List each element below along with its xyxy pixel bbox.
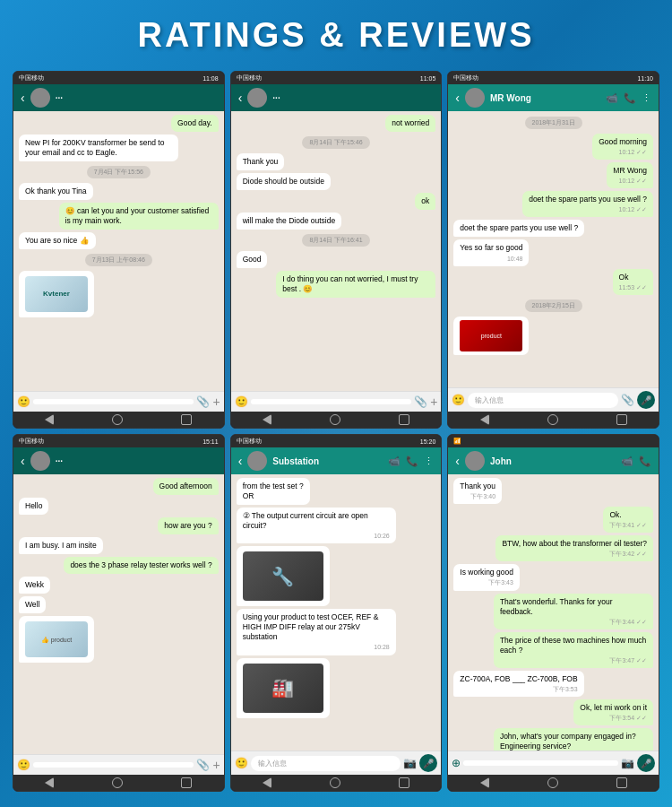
home-nav-btn[interactable]	[112, 414, 123, 425]
page-title: RATINGS & REVIEWS	[0, 0, 672, 65]
phone-5-chat: from the test set ?OR ② The output curre…	[231, 474, 442, 751]
attach-icon[interactable]: 📎	[196, 759, 210, 771]
back-nav-btn[interactable]	[480, 777, 489, 788]
chat-input[interactable]	[251, 399, 411, 404]
video-call-icon[interactable]: 📹	[388, 456, 401, 467]
home-nav-btn[interactable]	[112, 777, 123, 788]
phone-2-carrier: 中国移动	[237, 74, 262, 82]
message-bubble: Ok thank you Tina	[19, 183, 93, 200]
phone-6-input-bar: ⊕ 📷 🎤	[448, 751, 659, 775]
plus-icon[interactable]: +	[212, 758, 220, 772]
phone-5-time: 15:20	[420, 438, 436, 445]
phone-5-header: ‹ Substation 📹 📞 ⋮	[231, 447, 442, 474]
emoji-icon[interactable]: 🙂	[17, 395, 30, 408]
product-image: Kvtener	[19, 271, 94, 317]
emoji-icon[interactable]: 🙂	[235, 395, 248, 408]
avatar	[465, 451, 485, 471]
back-nav-btn[interactable]	[263, 777, 271, 788]
chat-input[interactable]: 输入信息	[468, 393, 618, 408]
recents-nav-btn[interactable]	[181, 414, 192, 425]
message-bubble: Ok. 下午3:41 ✓✓	[603, 507, 653, 533]
message-bubble: how are you ?	[158, 517, 218, 534]
attach-icon[interactable]: 📎	[621, 394, 634, 406]
more-icon[interactable]: ⋮	[642, 92, 651, 104]
message-bubble: The price of these two machines how much…	[494, 632, 653, 668]
message-bubble: Hello	[19, 498, 48, 515]
emoji-icon[interactable]: 🙂	[17, 759, 30, 771]
phone-5: 中国移动 15:20 ‹ Substation 📹 📞 ⋮ from the t…	[230, 434, 443, 792]
phone-5-carrier: 中国移动	[237, 437, 262, 446]
home-nav-btn[interactable]	[330, 777, 340, 788]
back-nav-btn[interactable]	[480, 414, 489, 425]
message-bubble: MR Wong 10:12 ✓✓	[607, 162, 653, 188]
recents-nav-btn[interactable]	[181, 777, 192, 788]
chat-photo-2: 🏭	[243, 664, 323, 713]
home-nav-btn[interactable]	[547, 777, 558, 788]
chat-input[interactable]: 输入信息	[251, 756, 401, 771]
mic-button[interactable]: 🎤	[637, 391, 655, 409]
recents-nav-btn[interactable]	[399, 414, 409, 425]
message-bubble: Ok, let mi work on it 下午3:54 ✓✓	[573, 699, 653, 725]
attach-icon[interactable]: 📷	[403, 757, 417, 769]
phone-1-nav	[13, 412, 224, 428]
message-bubble: I am busy. I am insite	[19, 537, 103, 554]
phone-6-nav	[448, 775, 659, 791]
back-arrow-icon[interactable]: ‹	[238, 454, 243, 468]
phone-1: 中国移动 11:08 ‹ ··· Good day. New PI for 20…	[13, 71, 225, 429]
call-icon[interactable]: 📞	[406, 456, 418, 467]
message-bubble: not worried	[385, 115, 435, 132]
back-arrow-icon[interactable]: ‹	[455, 91, 460, 105]
video-call-icon[interactable]: 📹	[621, 456, 633, 467]
contact-name: John	[490, 456, 616, 466]
mic-button[interactable]: 🎤	[419, 754, 437, 772]
message-bubble: does the 3 phase relay tester works well…	[64, 557, 218, 574]
call-icon[interactable]: 📞	[624, 92, 636, 104]
recents-nav-btn[interactable]	[616, 414, 627, 425]
phone-1-input-bar: 🙂 📎 +	[13, 391, 224, 412]
message-bubble: New PI for 200KV transformer be send to …	[19, 134, 178, 161]
message-bubble: You are so nice 👍	[19, 232, 96, 249]
phone-3-carrier: 中国移动	[453, 74, 478, 82]
message-bubble: I do thing you can not worried, I must t…	[276, 271, 435, 298]
back-nav-btn[interactable]	[45, 414, 54, 425]
phone-2-time: 11:05	[420, 75, 436, 82]
call-icon[interactable]: 📞	[639, 456, 651, 467]
contact-name: MR Wong	[490, 93, 600, 103]
emoji-icon[interactable]: 🙂	[452, 394, 465, 406]
contact-name: ···	[272, 93, 434, 103]
phone-4-status: 中国移动 15:11	[13, 435, 224, 447]
phone-4-time: 15:11	[202, 438, 219, 445]
recents-nav-btn[interactable]	[616, 777, 627, 788]
back-arrow-icon[interactable]: ‹	[21, 91, 25, 105]
more-icon[interactable]: ⋮	[424, 456, 434, 467]
recents-nav-btn[interactable]	[399, 777, 409, 788]
attach-icon[interactable]: 📎	[414, 395, 427, 408]
phone-4-carrier: 中国移动	[19, 437, 44, 446]
phone-1-header: ‹ ···	[13, 84, 224, 111]
attach-icon[interactable]: 📎	[196, 395, 210, 408]
back-arrow-icon[interactable]: ‹	[238, 91, 243, 105]
message-bubble: Good afternoon	[153, 478, 219, 495]
back-nav-btn[interactable]	[45, 777, 54, 788]
plus-icon[interactable]: +	[430, 395, 437, 409]
avatar	[465, 88, 485, 108]
chat-input[interactable]	[33, 762, 194, 768]
back-nav-btn[interactable]	[263, 414, 271, 425]
attach-icon[interactable]: 📷	[621, 757, 634, 769]
emoji-icon[interactable]: 🙂	[235, 757, 248, 769]
phone-3-header: ‹ MR Wong 📹 📞 ⋮	[448, 84, 659, 111]
home-nav-btn[interactable]	[330, 414, 340, 425]
message-bubble: Diode should be outside	[237, 173, 331, 190]
mic-button[interactable]: 🎤	[637, 754, 655, 772]
back-arrow-icon[interactable]: ‹	[455, 454, 460, 468]
phone-3-chat: 2018年1月31日 Good morning 10:12 ✓✓ MR Wong…	[448, 111, 659, 387]
plus-circle-icon[interactable]: ⊕	[452, 757, 461, 769]
plus-icon[interactable]: +	[212, 395, 220, 409]
phone-6-status: 📶	[448, 435, 659, 447]
home-nav-btn[interactable]	[547, 414, 558, 425]
avatar	[247, 451, 267, 471]
video-call-icon[interactable]: 📹	[606, 92, 618, 104]
chat-input[interactable]	[33, 399, 194, 404]
chat-input[interactable]	[463, 760, 618, 766]
back-arrow-icon[interactable]: ‹	[21, 454, 25, 468]
